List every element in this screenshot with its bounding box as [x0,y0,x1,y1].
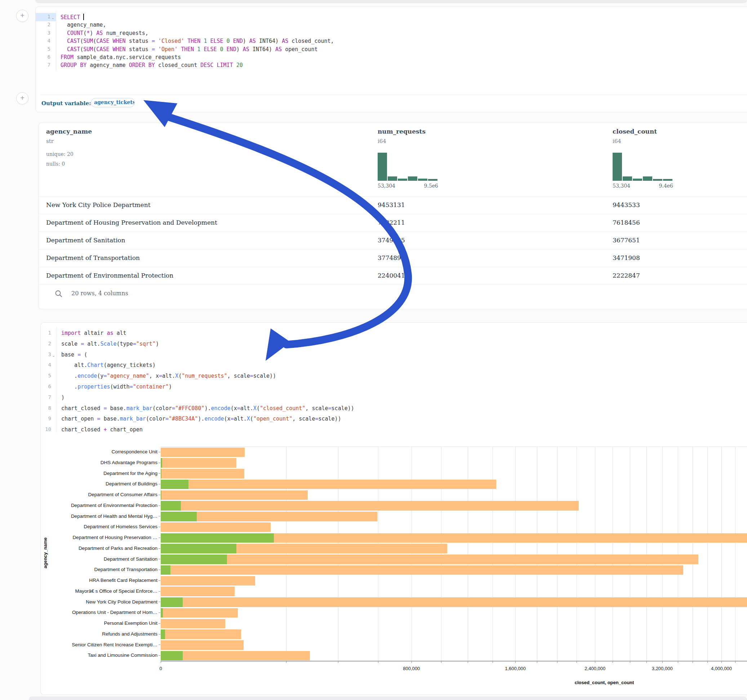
token-plain [109,46,112,53]
table-row[interactable]: New York City Police Department945313194… [39,197,747,214]
y-axis-label: Department of Parks and Recreation [0,546,157,551]
line-number: 1 [38,330,51,336]
code-line: scale = alt.Scale(type="sqrt") [61,341,159,347]
token-plain: (color [153,405,172,412]
gridline [693,447,693,661]
token-plain: , scale [305,405,328,412]
token-kw: END [233,38,243,44]
x-axis-tick [468,661,468,663]
token-kw: * [86,30,90,36]
token-kw: LIMIT [217,62,233,68]
token-kw: AS [250,38,256,44]
output-variable-label: Output variable: [41,100,91,107]
token-op: = [237,405,240,412]
output-variable-pill[interactable]: agency_tickets [91,98,135,107]
token-kw: import [61,330,81,336]
y-axis-label: Department for the Aging [0,471,157,476]
token-plain: scale [61,341,81,347]
table-row[interactable]: Department of Sanitation37494853677651 [39,232,747,249]
token-op: = [133,341,136,347]
histogram-max-label: 9.4e6 [649,183,673,189]
token-plain [178,46,181,53]
code-line: CAST(SUM(CASE WHEN status = 'Open' THEN … [60,46,318,53]
x-axis-tick [721,661,722,663]
token-str: "num_requests" [181,373,227,379]
column-type: i64 [378,138,386,144]
bar-closed-count [161,480,496,489]
token-kw: AS [275,46,282,53]
y-axis-tick [159,538,160,538]
bar-closed-count [161,619,225,629]
token-fn: properties [77,383,110,390]
token-plain [109,38,112,44]
x-axis-tick-label: 3,200,000 [646,666,679,671]
table-row[interactable]: Department of Housing Preservation and D… [39,214,747,232]
search-icon[interactable] [55,290,63,298]
token-kw: as [107,330,113,336]
y-axis-tick [159,559,160,559]
x-axis-tick-label: 2,400,000 [579,666,611,671]
token-num: 0 [227,38,230,44]
token-op: = [130,383,133,390]
bar-open-count [161,544,236,554]
y-axis-tick [159,505,160,506]
add-cell-button-mid[interactable]: + [16,92,29,104]
gridline [721,447,722,661]
table-row[interactable]: Department of Environmental Protection22… [39,267,747,285]
bar-closed-count [161,640,243,650]
y-axis-label: Correspondence Unit [0,449,157,454]
token-fn: X [247,416,250,422]
token-plain: ( [83,30,86,36]
fold-chevron-icon[interactable]: ⌄ [51,15,54,20]
token-plain: altair [81,330,107,336]
y-axis-tick [159,591,160,591]
token-plain [155,38,158,44]
token-op: = [172,405,175,412]
y-axis-tick [159,548,160,549]
bar-open-count [161,651,183,661]
x-axis-tick [515,661,516,663]
plot-area [161,447,747,661]
y-axis-tick [159,473,160,474]
gridline [378,447,378,661]
y-axis-label: Taxi and Limousine Commission [0,652,157,658]
token-kw: END [227,46,236,53]
line-number: 4 [38,38,50,44]
cell-closed-count: 9443533 [612,201,640,208]
gridline [537,447,537,661]
token-fn: Scale [100,341,116,347]
token-plain: ( [250,416,253,422]
x-axis-tick [612,661,613,663]
token-str: "sqrt" [136,341,156,347]
histogram-bar [663,179,672,181]
python-gutter-divider [57,327,57,433]
sql-cell-divider [40,95,747,95]
fold-chevron-icon[interactable]: ⌄ [52,353,55,358]
x-axis-tick [441,661,442,663]
token-plain: INT64) [256,38,282,44]
bar-closed-count [161,597,747,607]
column-name[interactable]: agency_name [46,128,92,135]
token-kw: CASE [96,46,109,53]
token-plain [93,30,96,36]
token-num: 1 [197,46,200,53]
cell-agency-name: New York City Police Department [46,201,150,208]
y-axis-label: Department of Environmental Protection [0,503,157,508]
y-axis-label: Personal Exemption Unit [0,620,157,626]
token-plain: ). [204,405,211,412]
token-plain: ( [81,352,87,358]
column-name[interactable]: closed_count [612,128,657,135]
token-fn: Chart [87,362,103,368]
add-cell-button-top[interactable]: + [16,10,29,22]
bar-open-count [161,565,171,575]
token-plain: alt. [84,341,100,347]
column-name[interactable]: num_requests [378,128,426,135]
token-fn: mark_bar [127,405,153,412]
token-kw: THEN [181,46,194,53]
y-axis-label: Department of Housing Preservation … [0,535,157,540]
line-number: 5 [38,46,50,52]
histogram-bar [398,179,407,181]
table-row[interactable]: Department of Transportation377489234719… [39,249,747,267]
x-axis-tick-label: 0 [145,666,177,671]
line-number: 3 [38,30,50,36]
